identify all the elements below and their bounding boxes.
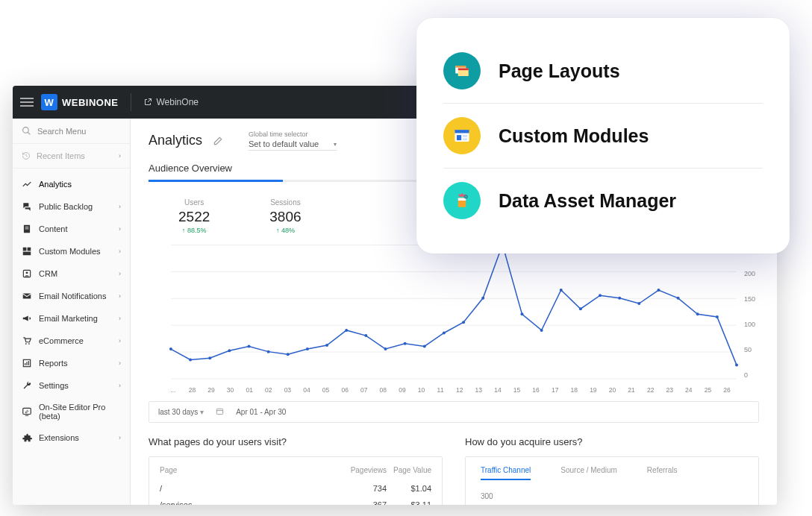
svg-point-32 xyxy=(325,344,328,347)
popup-item-custom-modules[interactable]: Custom Modules xyxy=(443,103,763,168)
report-icon xyxy=(22,358,32,368)
chevron-right-icon: › xyxy=(119,337,121,344)
svg-rect-54 xyxy=(217,409,223,414)
module-icon xyxy=(22,246,32,257)
popup-icon xyxy=(443,182,481,219)
sidebar-item-label: Email Marketing xyxy=(39,314,98,323)
svg-rect-57 xyxy=(455,66,466,68)
pencil-icon[interactable] xyxy=(213,136,223,146)
svg-point-43 xyxy=(540,329,543,332)
svg-point-33 xyxy=(345,329,348,332)
sidebar-item-public-backlog[interactable]: Public Backlog› xyxy=(13,195,130,218)
sidebar-item-custom-modules[interactable]: Custom Modules› xyxy=(13,240,130,262)
sidebar-item-label: Email Notifications xyxy=(39,292,106,301)
logo-mark-icon: W xyxy=(41,94,57,110)
svg-point-38 xyxy=(443,332,446,335)
acquire-tab-traffic-channel[interactable]: Traffic Channel xyxy=(481,466,531,480)
svg-rect-62 xyxy=(457,135,461,140)
popup-item-data-asset-manager[interactable]: Data Asset Manager xyxy=(443,168,763,233)
search-icon xyxy=(22,126,31,136)
table-row[interactable]: /servises367$3.11 xyxy=(160,497,431,505)
cell-value: $1.04 xyxy=(387,484,431,493)
puzzle-icon xyxy=(22,432,32,443)
mail-icon xyxy=(22,291,32,301)
chart-y-ticks: 250200150100500 xyxy=(740,245,762,379)
sidebar-item-analytics[interactable]: Analytics xyxy=(13,173,130,195)
kpi-sessions: Sessions380648% xyxy=(269,198,301,234)
kpi-label: Users xyxy=(178,198,210,207)
svg-rect-4 xyxy=(25,228,29,229)
popup-label: Data Asset Manager xyxy=(499,190,676,212)
date-range-bar[interactable]: last 30 days Apr 01 - Apr 30 xyxy=(149,401,759,423)
chat-icon xyxy=(22,201,32,212)
brand-logo[interactable]: W WEBINONE xyxy=(41,94,119,110)
svg-point-12 xyxy=(28,343,30,344)
acquire-panel-title: How do you acquire users? xyxy=(465,436,759,447)
svg-rect-15 xyxy=(26,362,27,365)
sidebar-item-ecommerce[interactable]: eCommerce› xyxy=(13,330,130,352)
search-placeholder: Search Menu xyxy=(37,127,86,136)
topbar-divider xyxy=(131,93,131,111)
search-menu[interactable]: Search Menu xyxy=(13,119,130,144)
range-selector[interactable]: last 30 days xyxy=(158,408,204,416)
acquire-panel: How do you acquire users? Traffic Channe… xyxy=(465,436,759,505)
recent-items[interactable]: Recent Items › xyxy=(13,144,130,169)
sidebar-item-on-site-editor-pro-beta-[interactable]: On-Site Editor Pro (beta) xyxy=(13,397,130,427)
sidebar-item-content[interactable]: Content› xyxy=(13,218,130,240)
time-selector-value: Set to default value xyxy=(249,139,337,151)
wrench-icon xyxy=(22,380,32,391)
sidebar-nav: AnalyticsPublic Backlog›Content›Custom M… xyxy=(13,169,130,453)
svg-rect-64 xyxy=(463,139,467,141)
crm-icon xyxy=(22,268,32,279)
svg-rect-14 xyxy=(25,363,25,365)
table-row[interactable]: /734$1.04 xyxy=(160,480,431,497)
svg-point-52 xyxy=(716,315,719,318)
svg-point-42 xyxy=(520,312,523,315)
sidebar-item-settings[interactable]: Settings› xyxy=(13,374,130,397)
col-page: Page xyxy=(160,466,334,474)
sidebar-item-label: Public Backlog xyxy=(39,202,93,211)
svg-point-39 xyxy=(462,321,465,324)
chevron-right-icon: › xyxy=(119,248,121,255)
svg-rect-61 xyxy=(455,130,469,133)
popup-item-page-layouts[interactable]: Page Layouts xyxy=(443,39,763,103)
cell-views: 367 xyxy=(334,500,387,505)
sidebar-item-email-marketing[interactable]: Email Marketing› xyxy=(13,307,130,330)
svg-point-27 xyxy=(228,349,231,352)
feature-popup: Page LayoutsCustom ModulesData Asset Man… xyxy=(416,18,790,254)
breadcrumb[interactable]: WebinOne xyxy=(143,97,199,107)
svg-point-30 xyxy=(287,353,290,356)
sidebar-item-label: CRM xyxy=(39,269,57,278)
sidebar-item-label: eCommerce xyxy=(39,336,84,345)
sidebar-item-crm[interactable]: CRM› xyxy=(13,262,130,285)
cell-value: $3.11 xyxy=(387,500,431,505)
history-icon xyxy=(22,151,31,160)
sidebar-item-extensions[interactable]: Extensions› xyxy=(13,427,130,449)
acquire-tab-referrals[interactable]: Referrals xyxy=(647,466,678,480)
recent-label: Recent Items xyxy=(37,151,85,160)
popup-icon xyxy=(443,117,481,154)
acquire-sample-value: 300 xyxy=(476,485,748,500)
hamburger-icon[interactable] xyxy=(20,98,34,107)
sidebar-item-email-notifications[interactable]: Email Notifications› xyxy=(13,285,130,307)
svg-point-31 xyxy=(306,347,309,350)
brand-name: WEBINONE xyxy=(62,97,119,108)
cell-page: /servises xyxy=(160,500,334,505)
acquire-tabs: Traffic ChannelSource / MediumReferrals xyxy=(476,466,748,485)
cart-icon xyxy=(22,336,32,346)
trend-icon xyxy=(22,179,32,189)
chevron-right-icon: › xyxy=(119,225,121,233)
time-selector-label: Global time selector xyxy=(249,130,337,138)
sidebar-item-label: Extensions xyxy=(39,433,79,442)
acquire-tab-source-medium[interactable]: Source / Medium xyxy=(560,466,617,480)
svg-point-68 xyxy=(465,196,466,198)
global-time-selector[interactable]: Global time selector Set to default valu… xyxy=(249,130,337,151)
megaphone-icon xyxy=(22,313,32,324)
sidebar-item-label: Reports xyxy=(39,359,68,368)
chevron-right-icon: › xyxy=(119,382,121,389)
svg-point-40 xyxy=(481,297,484,300)
sidebar-item-reports[interactable]: Reports› xyxy=(13,352,130,374)
popup-label: Page Layouts xyxy=(499,60,620,82)
popup-label: Custom Modules xyxy=(499,125,649,147)
svg-point-47 xyxy=(618,297,621,300)
